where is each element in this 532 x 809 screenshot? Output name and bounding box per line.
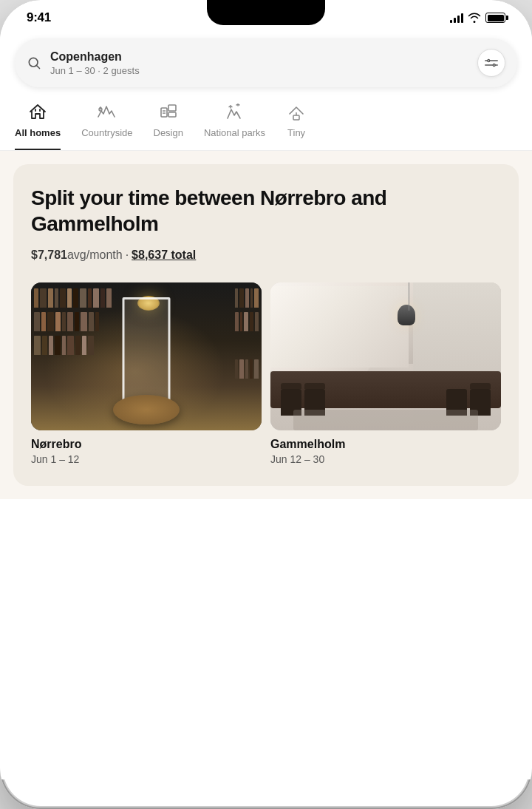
filter-button[interactable] <box>477 49 505 77</box>
main-content: Split your time between Nørrebro and Gam… <box>0 151 532 499</box>
svg-rect-11 <box>168 105 176 111</box>
design-icon <box>158 102 179 123</box>
norrebro-name: Nørrebro <box>31 438 262 451</box>
svg-rect-12 <box>168 112 176 117</box>
search-text[interactable]: Copenhagen Jun 1 – 30 · 2 guests <box>50 50 477 75</box>
tab-design[interactable]: Design <box>154 102 183 150</box>
gammelholm-dates: Jun 12 – 30 <box>270 453 501 465</box>
listing-item-gammelholm[interactable]: Gammelholm Jun 12 – 30 <box>270 282 501 465</box>
tab-design-label: Design <box>154 127 183 138</box>
svg-rect-15 <box>293 115 299 120</box>
tab-tiny-label: Tiny <box>287 127 305 138</box>
search-location: Copenhagen <box>50 50 477 64</box>
wifi-icon <box>468 13 481 23</box>
listing-images: Nørrebro Jun 1 – 12 <box>31 282 501 465</box>
tiny-icon <box>286 102 307 123</box>
search-icon <box>27 55 41 70</box>
battery-icon <box>485 13 505 23</box>
split-card-title: Split your time between Nørrebro and Gam… <box>31 185 501 237</box>
search-details: Jun 1 – 30 · 2 guests <box>50 65 477 76</box>
search-bar-container: Copenhagen Jun 1 – 30 · 2 guests <box>0 30 532 96</box>
signal-icon <box>450 13 463 23</box>
gammelholm-image <box>270 282 501 430</box>
price-avg: $7,781 <box>31 248 67 262</box>
price-total[interactable]: $8,637 total <box>132 248 196 262</box>
price-dot: · <box>126 248 129 262</box>
tab-national-parks[interactable]: National parks <box>204 102 265 150</box>
phone-notch <box>207 0 325 25</box>
national-parks-icon <box>225 102 245 123</box>
split-card: Split your time between Nørrebro and Gam… <box>13 164 519 486</box>
split-card-price: $7,781 avg/month · $8,637 total <box>31 248 501 262</box>
tab-all-homes[interactable]: All homes <box>15 102 61 150</box>
listing-item-norrebro[interactable]: Nørrebro Jun 1 – 12 <box>31 282 262 465</box>
all-homes-icon <box>27 102 48 123</box>
status-icons <box>450 13 505 23</box>
norrebro-image <box>31 282 262 430</box>
gammelholm-name: Gammelholm <box>270 438 501 451</box>
phone-frame: 9:41 <box>0 0 532 809</box>
price-avg-label: avg/month <box>67 248 123 262</box>
tab-national-parks-label: National parks <box>204 127 265 138</box>
category-tabs: All homes Countryside <box>0 96 532 151</box>
phone-content: Copenhagen Jun 1 – 30 · 2 guests <box>0 30 532 779</box>
tab-countryside-label: Countryside <box>81 127 132 138</box>
tab-all-homes-label: All homes <box>15 127 61 138</box>
tab-countryside[interactable]: Countryside <box>81 102 132 150</box>
svg-rect-10 <box>161 108 167 117</box>
countryside-icon <box>97 102 117 123</box>
norrebro-dates: Jun 1 – 12 <box>31 453 262 465</box>
tab-tiny[interactable]: Tiny <box>286 102 307 150</box>
search-bar[interactable]: Copenhagen Jun 1 – 30 · 2 guests <box>15 38 517 87</box>
status-time: 9:41 <box>27 10 51 25</box>
